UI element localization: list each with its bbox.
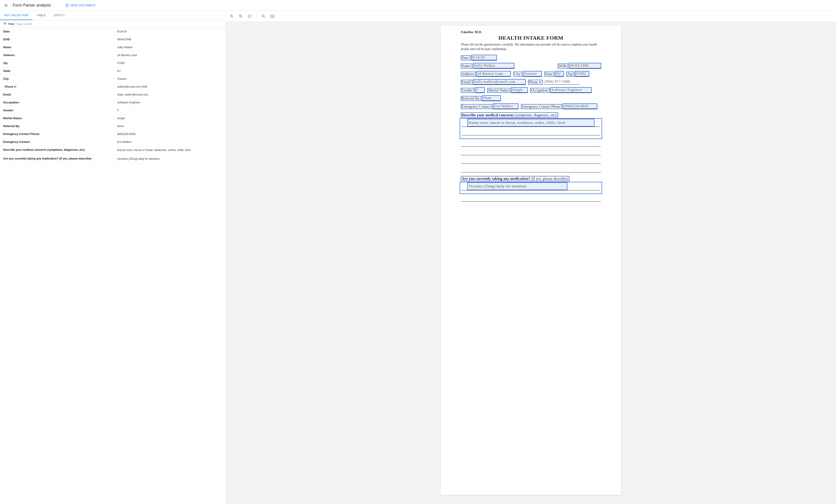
kv-key: Emergency Contact Phone: [3, 133, 117, 136]
kv-row[interactable]: Referred By:None [0, 122, 226, 130]
concerns-label-bold: Describe your medical concerns [462, 113, 514, 117]
field-zip-value: 07082 [575, 72, 589, 76]
zoom-out-button[interactable] [229, 14, 234, 18]
kv-row[interactable]: Are you currently taking any medication?… [0, 155, 226, 163]
svg-rect-4 [273, 15, 273, 16]
field-phone-label: Phone #: [528, 80, 543, 84]
field-phone-value: (906) 917-3486 [544, 79, 580, 84]
kv-value: walker@cmail.com (906 [117, 85, 223, 88]
keyboard-button[interactable] [270, 14, 275, 18]
kv-list[interactable]: Date:9/14/19DOB:09/04/1986Name:Sally Wal… [0, 28, 226, 504]
left-panel: KEY VALUE PAIR TABLE ENTITY Filter Date:… [0, 11, 226, 504]
field-referred-value: None [482, 96, 500, 101]
filter-bar: Filter [0, 20, 226, 28]
kv-key: City: [3, 77, 117, 80]
field-dob-value: 09/04/1986 [569, 63, 601, 68]
document-page: FakeDoc M.D. HEALTH INTAKE FORM Please f… [441, 26, 621, 495]
zoom-in-button[interactable] [239, 14, 243, 18]
kv-key: Describe your medical concerns (symptoms… [3, 148, 117, 152]
concerns-block: Ranny nose, mucas in throat, weakness, a… [461, 120, 601, 138]
kv-row[interactable]: _Phone #:walker@cmail.com (906 [0, 83, 226, 91]
kv-value: Ranny nose, mucas in thwat, weakness, ac… [117, 148, 223, 152]
field-name-value: Sally Walker [473, 63, 514, 68]
kv-row[interactable]: Name:Sally Walker [0, 43, 226, 51]
kv-key: Name: [3, 46, 117, 49]
viewer-toolbar [226, 11, 836, 22]
kv-row[interactable]: Address:24 Barney Lane [0, 51, 226, 59]
kv-value: Sally, walker@cmail.com [117, 93, 223, 96]
kv-row[interactable]: State:NJ [0, 67, 226, 75]
tabs: KEY VALUE PAIR TABLE ENTITY [0, 11, 226, 20]
kv-key: _Phone #: [3, 85, 117, 88]
page-title: Form Parser analysis [13, 3, 51, 8]
medication-label-rest: (If yes, please describe): [530, 176, 569, 181]
back-button[interactable] [4, 3, 9, 8]
field-date-label: Date: [461, 56, 470, 60]
document-viewer[interactable]: FakeDoc M.D. HEALTH INTAKE FORM Please f… [226, 22, 836, 504]
section-concerns-header: Describe your medical concerns (symptoms… [461, 113, 601, 117]
kv-row[interactable]: Emergency Contact:Eva Walker [0, 138, 226, 146]
kv-row[interactable]: Date:9/14/19 [0, 28, 226, 36]
tab-entity[interactable]: ENTITY [50, 11, 69, 20]
kv-key: State: [3, 70, 117, 73]
code-brackets-icon [248, 14, 252, 18]
kv-value: Single [117, 117, 223, 120]
kv-row[interactable]: City:Towaco [0, 75, 226, 83]
field-state-label: State: [545, 72, 554, 76]
fit-button[interactable] [247, 14, 252, 18]
document-icon [65, 4, 69, 7]
kv-value: F [117, 109, 223, 112]
svg-rect-3 [272, 15, 273, 16]
field-ecp-value: (906)334-8926 [563, 104, 597, 109]
field-ec-value: Eva Walker [493, 104, 518, 109]
keyboard-icon [270, 15, 275, 18]
kv-value: 9/14/19 [117, 30, 223, 33]
concerns-label-rest: (symptoms, diagnoses, etc): [514, 113, 557, 117]
field-city-value: Towaco [524, 72, 542, 76]
svg-rect-2 [271, 15, 272, 16]
new-document-button[interactable]: NEW DOCUMENT [65, 4, 96, 7]
field-city-label: City: [514, 72, 522, 76]
kv-value: Software Engineer [117, 101, 223, 104]
right-panel: FakeDoc M.D. HEALTH INTAKE FORM Please f… [226, 11, 836, 504]
field-ec-label: Emergency Contact: [461, 104, 492, 109]
kv-row[interactable]: Gender:F [0, 106, 226, 114]
kv-row[interactable]: Email:Sally, walker@cmail.com [0, 91, 226, 99]
kv-row[interactable]: Occupation:Software Engineer [0, 99, 226, 106]
kv-key: Zip: [3, 61, 117, 65]
search-icon [261, 14, 265, 18]
kv-key: Email: [3, 93, 117, 96]
kv-value: 24 Barney Lane [117, 54, 223, 57]
kv-row[interactable]: Zip:07082 [0, 59, 226, 67]
search-button[interactable] [261, 14, 266, 18]
kv-key: Gender: [3, 109, 117, 112]
tab-table[interactable]: TABLE [33, 11, 50, 20]
kv-value: 07082 [117, 61, 223, 65]
tab-key-value-pair[interactable]: KEY VALUE PAIR [0, 11, 33, 20]
doc-subtitle: Please fill out the questionnaire carefu… [461, 42, 601, 51]
field-date-value: 9/14/19 [472, 55, 496, 60]
field-address-value: 24 Barney Lane [477, 72, 510, 76]
doc-title: HEALTH INTAKE FORM [461, 35, 601, 41]
filter-input[interactable] [16, 22, 223, 26]
field-name-label: Name: [461, 64, 472, 68]
field-state-value: NJ [555, 72, 563, 76]
kv-value: None [117, 124, 223, 128]
medication-block: Vyvanse (25mg) daily for attention [461, 183, 601, 193]
kv-value: Vyvanse (25mg) daily for attention. [117, 157, 223, 161]
filter-text: Filter [8, 22, 15, 26]
top-bar: Form Parser analysis NEW DOCUMENT [0, 0, 836, 11]
section-medication-header: Are you currently taking any medication?… [461, 176, 601, 181]
field-occupation-value: Software Engineer [551, 88, 591, 93]
doc-office: FakeDoc M.D. [461, 30, 601, 34]
medication-label-bold: Are you currently taking any medication? [462, 176, 530, 181]
kv-row[interactable]: Marital Status:Single [0, 114, 226, 122]
zoom-out-icon [230, 14, 234, 18]
concerns-value: Ranny nose, mucas in throat, weakness, a… [468, 119, 594, 126]
kv-row[interactable]: Describe your medical concerns (symptoms… [0, 146, 226, 155]
kv-row[interactable]: Emergency Contact Phone:(906)334-8926 [0, 130, 226, 138]
kv-row[interactable]: DOB:09/04/1986 [0, 36, 226, 43]
field-address-label: Address: [461, 72, 475, 76]
kv-key: Referred By: [3, 124, 117, 128]
kv-value: (906)334-8926 [117, 133, 223, 136]
